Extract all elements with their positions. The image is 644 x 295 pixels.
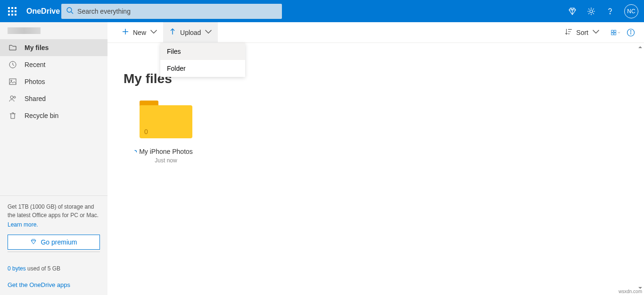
sidebar-item-my-files[interactable]: My files [0, 39, 107, 56]
svg-line-1 [71, 12, 73, 14]
folder-timestamp: Just now [124, 157, 208, 164]
sidebar-item-label: Recent [25, 61, 45, 68]
header-actions: NC [568, 4, 638, 18]
svg-rect-14 [611, 33, 613, 34]
sort-button[interactable]: Sort [559, 22, 605, 43]
storage-used[interactable]: 0 bytes [8, 265, 26, 272]
scrollbar[interactable] [638, 43, 643, 288]
storage-total: used of 5 GB [26, 265, 60, 272]
sort-icon [565, 28, 572, 37]
option-label: Folder [167, 65, 186, 72]
gear-icon[interactable] [586, 7, 596, 16]
svg-point-2 [590, 10, 593, 13]
svg-point-3 [610, 13, 610, 14]
upload-files-option[interactable]: Files [160, 43, 245, 60]
image-icon [8, 77, 17, 86]
info-icon[interactable] [626, 28, 636, 37]
sidebar-item-photos[interactable]: Photos [0, 73, 107, 90]
chevron-down-icon [150, 28, 157, 37]
svg-point-18 [630, 30, 631, 31]
new-button[interactable]: New [116, 22, 163, 43]
sidebar-item-label: Photos [25, 78, 45, 85]
learn-more-link[interactable]: Learn more. [8, 221, 38, 228]
main-content: My files 0 My iPhone Photos Just now [107, 43, 637, 295]
svg-point-8 [14, 96, 16, 98]
app-title: OneDrive [26, 7, 60, 16]
watermark: wsxdn.com [619, 289, 642, 294]
upload-icon [169, 28, 176, 37]
storage-usage: 0 bytes used of 5 GB [8, 265, 100, 272]
sidebar-item-label: My files [25, 44, 49, 51]
premium-label: Go premium [41, 238, 77, 246]
sidebar-item-label: Recycle bin [25, 112, 58, 119]
upload-label: Upload [180, 29, 201, 36]
view-tiles-button[interactable] [611, 28, 620, 37]
person-icon [8, 94, 17, 103]
trash-icon [8, 111, 17, 120]
premium-diamond-icon[interactable] [568, 7, 577, 16]
chevron-down-icon [592, 28, 600, 37]
svg-point-6 [11, 80, 12, 81]
svg-point-7 [10, 96, 13, 99]
option-label: Files [167, 48, 181, 55]
plus-icon [122, 28, 129, 37]
command-bar: New Upload Sort [107, 22, 644, 43]
sidebar-item-label: Shared [25, 95, 46, 102]
account-bar[interactable] [0, 22, 107, 39]
svg-rect-5 [9, 79, 16, 84]
sidebar-item-recent[interactable]: Recent [0, 56, 107, 73]
scroll-down-icon[interactable] [638, 284, 643, 288]
help-icon[interactable] [605, 7, 615, 16]
upload-dropdown: Files Folder [160, 43, 245, 77]
chevron-down-icon [205, 28, 212, 37]
sidebar-bottom: Get 1TB (1000 GB) of storage and the lat… [0, 195, 107, 295]
premium-promo-text: Get 1TB (1000 GB) of storage and the lat… [8, 202, 100, 219]
app-header: OneDrive NC [0, 0, 644, 22]
search-input[interactable] [77, 8, 277, 15]
go-premium-button[interactable]: Go premium [8, 235, 100, 250]
sidebar-item-shared[interactable]: Shared [0, 90, 107, 107]
sidebar-item-recycle-bin[interactable]: Recycle bin [0, 107, 107, 124]
svg-rect-12 [611, 30, 613, 32]
folder-name: My iPhone Photos [124, 148, 208, 155]
folder-icon: 0 [140, 101, 192, 138]
folder-item[interactable]: 0 My iPhone Photos Just now [124, 101, 208, 164]
app-launcher-icon[interactable] [6, 5, 19, 18]
diamond-icon [30, 238, 37, 246]
folder-count: 0 [144, 128, 148, 135]
scroll-up-icon[interactable] [638, 43, 643, 48]
clock-icon [8, 60, 17, 69]
upload-folder-option[interactable]: Folder [160, 60, 245, 77]
svg-rect-13 [614, 30, 616, 32]
loading-spinner-icon [132, 149, 137, 156]
avatar[interactable]: NC [624, 4, 638, 18]
folder-icon [8, 43, 17, 52]
search-box[interactable] [61, 4, 282, 19]
svg-rect-15 [614, 33, 616, 34]
account-name-placeholder [8, 27, 41, 34]
upload-button[interactable]: Upload [163, 22, 218, 43]
get-apps-link[interactable]: Get the OneDrive apps [8, 281, 100, 288]
svg-point-0 [67, 8, 72, 12]
search-icon [66, 7, 74, 16]
sort-label: Sort [576, 29, 588, 36]
sidebar: My files Recent Photos Shared Recycle bi… [0, 22, 107, 295]
new-label: New [133, 29, 146, 36]
